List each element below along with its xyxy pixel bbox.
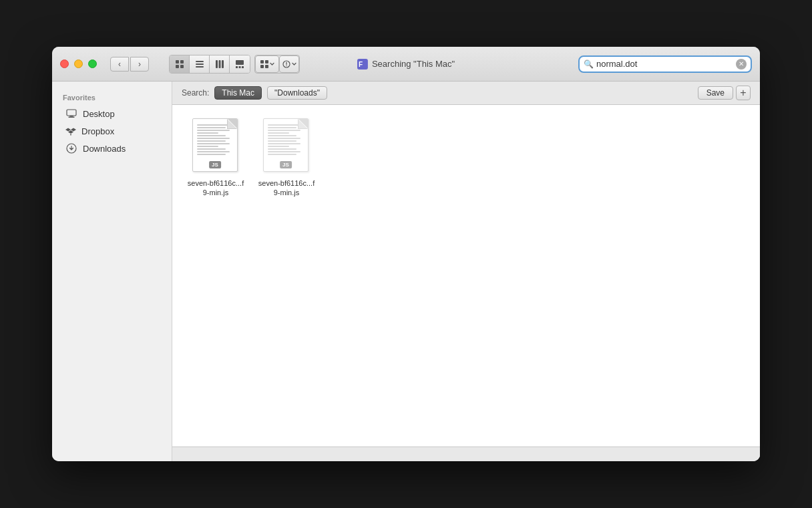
maximize-button[interactable]	[88, 59, 97, 68]
nav-buttons: ‹ ›	[110, 57, 149, 72]
this-mac-scope-button[interactable]: This Mac	[214, 86, 262, 100]
svg-text:F: F	[359, 61, 363, 68]
sidebar-item-downloads[interactable]: Downloads	[55, 140, 169, 157]
svg-rect-23	[67, 110, 76, 116]
svg-rect-2	[176, 65, 179, 68]
desktop-icon	[65, 108, 77, 120]
sidebar-item-dropbox-label: Dropbox	[81, 126, 114, 136]
file-icon: JS	[263, 118, 310, 174]
sidebar-item-dropbox[interactable]: Dropbox	[55, 123, 169, 139]
finder-icon: F	[357, 59, 368, 70]
titlebar: ‹ ›	[52, 47, 760, 82]
svg-rect-15	[265, 60, 268, 64]
list-item[interactable]: JS seven-bf6116c...f9-min.js	[186, 118, 246, 198]
forward-button[interactable]: ›	[130, 57, 149, 72]
file-page: JS	[192, 118, 238, 172]
content-area: Favorites Desktop	[52, 82, 760, 461]
file-badge: JS	[280, 161, 292, 168]
svg-rect-14	[260, 60, 264, 64]
svg-rect-4	[196, 61, 204, 62]
view-buttons	[169, 55, 250, 74]
sidebar: Favorites Desktop	[52, 82, 172, 461]
search-scope-label: Search:	[182, 88, 209, 98]
file-name: seven-bf6116c...f9-min.js	[186, 178, 246, 198]
action-dropdown-button[interactable]	[279, 55, 299, 73]
svg-point-20	[286, 65, 286, 66]
finder-window: ‹ ›	[52, 47, 760, 461]
svg-rect-5	[196, 64, 204, 65]
favorites-label: Favorites	[52, 90, 172, 104]
window-title: F Searching "This Mac"	[357, 59, 455, 70]
svg-point-26	[70, 134, 71, 136]
search-clear-button[interactable]: ✕	[736, 59, 747, 70]
search-input[interactable]	[596, 59, 736, 69]
list-view-button[interactable]	[190, 55, 210, 73]
group-button[interactable]	[255, 55, 279, 73]
back-button[interactable]: ‹	[110, 57, 129, 72]
svg-rect-13	[242, 66, 244, 68]
svg-rect-1	[180, 60, 184, 64]
scope-bar: Search: This Mac "Downloads" Save +	[172, 82, 760, 105]
search-box: 🔍 ✕	[578, 55, 752, 73]
status-bar	[172, 447, 760, 461]
svg-rect-3	[180, 65, 184, 68]
icon-view-button[interactable]	[170, 55, 190, 73]
close-button[interactable]	[60, 59, 69, 68]
search-icon: 🔍	[584, 59, 594, 69]
svg-rect-12	[239, 66, 241, 68]
sidebar-item-desktop[interactable]: Desktop	[55, 105, 169, 122]
file-page: JS	[263, 118, 309, 172]
svg-rect-0	[176, 60, 179, 64]
svg-rect-25	[69, 117, 75, 118]
svg-rect-8	[218, 60, 220, 68]
file-icon: JS	[192, 118, 239, 174]
traffic-lights	[60, 59, 97, 68]
save-search-button[interactable]: Save	[698, 86, 733, 100]
minimize-button[interactable]	[74, 59, 83, 68]
svg-rect-11	[236, 66, 238, 68]
add-filter-button[interactable]: +	[736, 86, 751, 100]
files-area: JS seven-bf6116c...f9-min.js	[172, 105, 760, 447]
svg-rect-6	[196, 66, 204, 68]
svg-rect-24	[70, 116, 73, 117]
column-view-button[interactable]	[210, 55, 230, 73]
scope-save-area: Save +	[698, 86, 751, 100]
search-area: 🔍 ✕	[578, 55, 752, 73]
downloads-scope-button[interactable]: "Downloads"	[267, 86, 327, 100]
gallery-view-button[interactable]	[230, 55, 250, 73]
file-name: seven-bf6116c...f9-min.js	[256, 178, 317, 198]
sidebar-item-desktop-label: Desktop	[83, 109, 115, 119]
svg-rect-7	[216, 60, 218, 68]
sidebar-item-downloads-label: Downloads	[83, 144, 126, 154]
dropbox-icon	[65, 126, 76, 136]
downloads-icon	[65, 142, 77, 154]
svg-rect-16	[260, 65, 264, 68]
file-badge: JS	[209, 161, 221, 168]
svg-rect-17	[265, 65, 268, 68]
list-item[interactable]: JS seven-bf6116c...f9-min.js	[256, 118, 317, 198]
svg-rect-9	[222, 60, 224, 68]
svg-rect-10	[236, 60, 244, 65]
main-panel: Search: This Mac "Downloads" Save +	[172, 82, 760, 461]
